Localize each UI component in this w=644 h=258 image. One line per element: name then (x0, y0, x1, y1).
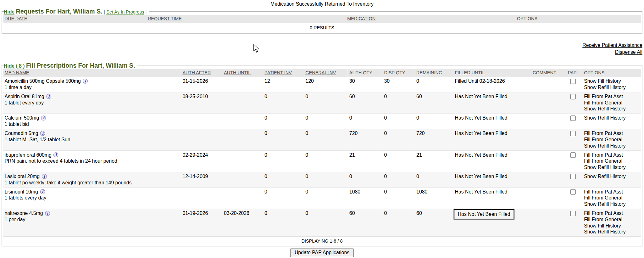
fill-col-header-options: OPTIONS (582, 69, 641, 77)
patient-inv-cell: 12 (263, 77, 304, 92)
fill-hide-link[interactable]: Hide ( 8 ) (4, 63, 25, 69)
requests-section: Hide Requests For Hart, William S. | Set… (2, 8, 642, 34)
pap-checkbox[interactable] (570, 131, 576, 136)
auth-until-cell (222, 172, 263, 188)
patient-inv-cell: 0 (263, 114, 304, 129)
pap-checkbox[interactable] (570, 174, 576, 179)
disp-qty-cell: 0 (382, 172, 415, 188)
fill-row: naltrexone 4.5mgi1 per day01-19-202603-2… (3, 209, 641, 237)
pap-checkbox[interactable] (570, 115, 576, 121)
pap-cell (566, 172, 582, 188)
info-icon[interactable]: i (41, 115, 46, 121)
pap-cell (566, 92, 582, 114)
option-link-show-refill-history[interactable]: Show Refill History (584, 173, 639, 180)
patient-inv-cell: 0 (263, 209, 304, 237)
info-icon[interactable]: i (45, 211, 50, 216)
fill-row: Calcium 500mgi1 tablet bid00000Has Not Y… (3, 114, 641, 129)
options-cell: Fill From Pat AsstFill From GeneralShow … (582, 150, 641, 172)
options-cell: Show Refill History (582, 172, 641, 188)
status-message: Medication Successfully Returned To Inve… (0, 0, 644, 7)
option-link-show-fill-history[interactable]: Show Fill History (584, 78, 639, 85)
fill-col-header-auth-after[interactable]: AUTH AFTER (181, 69, 222, 77)
patient-inv-cell: 0 (263, 129, 304, 150)
option-link-fill-from-general[interactable]: Fill From General (584, 100, 639, 106)
med-name: Lisinopril 10mg (4, 189, 38, 194)
option-link-show-refill-history[interactable]: Show Refill History (584, 143, 639, 149)
option-link-show-refill-history[interactable]: Show Refill History (584, 165, 639, 171)
comment-cell (531, 114, 566, 129)
fill-col-header-general-inv[interactable]: GENERAL INV (304, 69, 348, 77)
pap-cell (566, 129, 582, 150)
requests-col-header-medication[interactable]: MEDICATION (346, 15, 515, 23)
filled-until-cell: Has Not Yet Been Filled (453, 188, 531, 209)
remaining-cell: 0 (415, 114, 453, 129)
pap-checkbox[interactable] (570, 211, 576, 216)
general-inv-cell: 0 (304, 129, 348, 150)
fill-col-header-med-name[interactable]: MED NAME (3, 69, 181, 77)
option-link-show-refill-history[interactable]: Show Refill History (584, 201, 639, 208)
legend-separator: | (146, 9, 147, 14)
pap-cell (566, 114, 582, 129)
info-icon[interactable]: i (40, 131, 45, 136)
option-link-show-refill-history[interactable]: Show Refill History (584, 115, 639, 121)
option-link-fill-from-pat-asst[interactable]: Fill From Pat Asst (584, 131, 639, 137)
requests-col-header-request-time[interactable]: REQUEST TIME (146, 15, 346, 23)
update-pap-applications-button[interactable]: Update PAP Applications (290, 249, 354, 257)
med-name: Coumadin 5mg (4, 131, 38, 136)
auth-until-cell (222, 188, 263, 209)
info-icon[interactable]: i (46, 94, 51, 99)
mouse-cursor (253, 44, 260, 53)
fill-col-header-auth-qty: AUTH QTY (348, 69, 383, 77)
options-cell: Show Fill HistoryShow Refill History (582, 77, 641, 92)
option-link-fill-from-pat-asst[interactable]: Fill From Pat Asst (584, 189, 639, 195)
set-as-in-progress-link[interactable]: Set As In Progress (106, 9, 144, 14)
dispense-all-link[interactable]: Dispense All (0, 49, 642, 56)
requests-empty-text: 0 RESULTS (3, 23, 641, 33)
auth-after-cell: 01-19-2026 (181, 209, 222, 237)
option-link-fill-from-general[interactable]: Fill From General (584, 158, 639, 165)
filled-until-text: Has Not Yet Been Filled (455, 173, 508, 179)
requests-hide-link[interactable]: Hide (4, 9, 14, 15)
option-link-show-refill-history[interactable]: Show Refill History (584, 106, 639, 112)
pap-checkbox[interactable] (570, 94, 576, 99)
fill-col-header-auth-until[interactable]: AUTH UNTIL (222, 69, 263, 77)
option-link-fill-from-pat-asst[interactable]: Fill From Pat Asst (584, 152, 639, 158)
auth-after-cell: 01-15-2026 (181, 77, 222, 92)
info-icon[interactable]: i (42, 174, 47, 179)
auth-qty-cell: 0 (348, 172, 383, 188)
info-icon[interactable]: i (40, 189, 45, 194)
med-sig: 1 tablet bid (4, 121, 179, 128)
pap-checkbox[interactable] (570, 152, 576, 158)
info-icon[interactable]: i (83, 79, 88, 84)
requests-col-header-due-date[interactable]: DUE DATE (3, 15, 146, 23)
option-link-fill-from-general[interactable]: Fill From General (584, 195, 639, 201)
filled-until-cell: Filled Until 02-18-2026 (453, 77, 531, 92)
general-inv-cell: 0 (304, 209, 348, 237)
option-link-show-refill-history[interactable]: Show Refill History (584, 85, 639, 91)
displaying-row: DISPLAYING 1-8 / 8 (3, 237, 641, 245)
disp-qty-cell: 0 (382, 129, 415, 150)
pap-checkbox[interactable] (570, 189, 576, 195)
filled-until-text: Has Not Yet Been Filled (455, 189, 508, 194)
options-cell: Fill From Pat AsstFill From GeneralShow … (582, 188, 641, 209)
remaining-cell: 1080 (415, 188, 453, 209)
option-link-fill-from-general[interactable]: Fill From General (584, 137, 639, 143)
option-link-fill-from-pat-asst[interactable]: Fill From Pat Asst (584, 210, 639, 217)
requests-col-header-options: OPTIONS (515, 15, 641, 23)
comment-cell (531, 188, 566, 209)
disp-qty-cell: 0 (382, 92, 415, 114)
option-link-fill-from-general[interactable]: Fill From General (584, 216, 639, 223)
med-name-cell: Lasix oral 20mgi1 tablet po weekly; take… (3, 172, 181, 188)
auth-qty-cell: 60 (348, 209, 383, 237)
fill-col-header-patient-inv[interactable]: PATIENT INV (263, 69, 304, 77)
option-link-show-fill-history[interactable]: Show Fill History (584, 223, 639, 229)
option-link-show-refill-history[interactable]: Show Refill History (584, 229, 639, 235)
med-name: Amoxicillin 500mg Capsule 500mg (4, 78, 80, 84)
info-icon[interactable]: i (53, 152, 58, 157)
pap-checkbox[interactable] (570, 79, 576, 84)
fill-row: ibuprofen oral 600mgiPRN pain, not to ex… (3, 150, 641, 172)
med-sig: PRN pain, not to exceed 4 tablets in 24 … (4, 158, 179, 165)
option-link-fill-from-pat-asst[interactable]: Fill From Pat Asst (584, 93, 639, 100)
auth-after-cell: 08-25-2010 (181, 92, 222, 114)
receive-patient-assistance-link[interactable]: Receive Patient Assistance (0, 42, 642, 49)
